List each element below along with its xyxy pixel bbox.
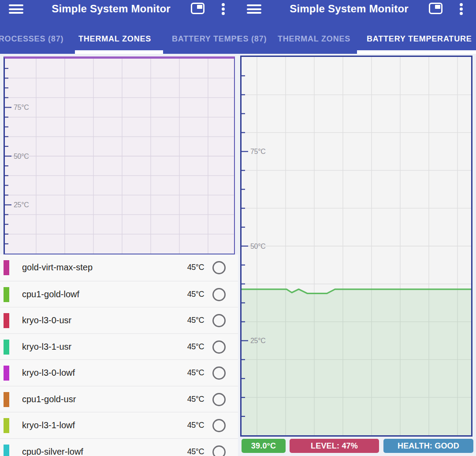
battery-level-badge: LEVEL: 47%: [290, 439, 379, 453]
app-bar: Simple System Monitor PROCESSES (87) THE…: [0, 0, 238, 54]
zone-temperature-value: 45°C: [187, 281, 204, 308]
tab-battery-temperature[interactable]: BATTERY TEMPERATURE: [367, 34, 472, 44]
tab-processes[interactable]: PROCESSES (87): [0, 34, 63, 44]
app-root: Simple System Monitor PROCESSES (87) THE…: [0, 0, 476, 456]
zone-select-checkbox[interactable]: [212, 261, 226, 274]
active-tab-indicator: [75, 50, 163, 54]
app-title: Simple System Monitor: [43, 2, 179, 16]
thermal-zone-row[interactable]: kryo-l3-0-lowf45°C: [0, 359, 238, 386]
hamburger-menu-icon[interactable]: [247, 4, 261, 14]
svg-text:50°C: 50°C: [250, 243, 266, 250]
zone-select-checkbox[interactable]: [212, 288, 226, 301]
zone-select-checkbox[interactable]: [212, 445, 226, 456]
zone-color-swatch: [4, 260, 9, 275]
tab-thermal-zones[interactable]: THERMAL ZONES: [278, 34, 350, 44]
zone-temperature-value: 45°C: [187, 307, 204, 334]
thermal-zone-list: gold-virt-max-step45°Ccpu1-gold-lowf45°C…: [0, 254, 238, 456]
thermal-zone-row[interactable]: kryo-l3-1-lowf45°C: [0, 412, 238, 438]
zone-name-label: cpu1-gold-usr: [22, 386, 76, 413]
thermal-zones-screen: Simple System Monitor PROCESSES (87) THE…: [0, 0, 238, 456]
thermal-zone-row[interactable]: cpu1-gold-usr45°C: [0, 386, 238, 412]
zone-color-swatch: [4, 445, 9, 456]
tab-thermal-zones[interactable]: THERMAL ZONES: [78, 34, 151, 44]
zone-name-label: kryo-l3-0-usr: [22, 307, 71, 334]
svg-text:50°C: 50°C: [14, 153, 29, 160]
zone-name-label: kryo-l3-1-usr: [22, 334, 71, 360]
tab-battery-temperature[interactable]: BATTERY TEMPERATURE: [172, 34, 238, 44]
svg-text:25°C: 25°C: [14, 201, 29, 209]
battery-health-badge: HEALTH: GOOD: [383, 439, 473, 453]
thermal-zone-row[interactable]: cpu0-silver-lowf45°C: [0, 438, 238, 456]
app-bar: Simple System Monitor PROCESSES (87) THE…: [238, 0, 476, 54]
battery-temperature-plot: 75°C50°C25°C: [242, 57, 471, 435]
zone-select-checkbox[interactable]: [212, 314, 226, 327]
zone-color-swatch: [4, 392, 9, 407]
zone-temperature-value: 45°C: [187, 254, 204, 281]
zone-temperature-value: 45°C: [187, 439, 204, 456]
battery-temperature-screen: Simple System Monitor PROCESSES (87) THE…: [238, 0, 476, 456]
zone-color-swatch: [4, 340, 9, 355]
zone-temperature-value: 45°C: [187, 412, 204, 439]
kebab-menu-icon[interactable]: [222, 3, 225, 15]
svg-text:75°C: 75°C: [14, 104, 29, 111]
thermal-zones-chart[interactable]: 75°C50°C25°C: [4, 56, 235, 254]
zone-name-label: gold-virt-max-step: [22, 254, 93, 281]
zone-name-label: kryo-l3-1-lowf: [22, 412, 75, 439]
zone-color-swatch: [4, 287, 9, 302]
kebab-menu-icon[interactable]: [460, 3, 463, 15]
zone-color-swatch: [4, 366, 9, 381]
zone-name-label: cpu0-silver-lowf: [22, 439, 83, 456]
battery-temperature-chart[interactable]: 75°C50°C25°C: [240, 56, 472, 437]
thermal-zone-row[interactable]: kryo-l3-0-usr45°C: [0, 307, 238, 333]
zone-select-checkbox[interactable]: [212, 340, 226, 354]
picture-in-picture-icon[interactable]: [429, 3, 443, 14]
svg-text:25°C: 25°C: [250, 337, 266, 344]
picture-in-picture-icon[interactable]: [191, 3, 205, 14]
battery-temp-badge: 39.0°C: [242, 439, 286, 453]
zone-name-label: kryo-l3-0-lowf: [22, 360, 75, 386]
active-tab-indicator: [357, 50, 476, 54]
zone-select-checkbox[interactable]: [212, 393, 226, 406]
zone-name-label: cpu1-gold-lowf: [22, 281, 79, 308]
thermal-zone-row[interactable]: cpu1-gold-lowf45°C: [0, 281, 238, 307]
zone-temperature-value: 45°C: [187, 386, 204, 413]
app-title: Simple System Monitor: [281, 2, 417, 16]
svg-text:75°C: 75°C: [250, 148, 266, 155]
zone-temperature-value: 45°C: [187, 334, 204, 360]
thermal-zone-row[interactable]: kryo-l3-1-usr45°C: [0, 333, 238, 360]
zone-color-swatch: [4, 418, 9, 433]
tab-processes[interactable]: PROCESSES (87): [238, 34, 267, 44]
thermal-zones-plot: 75°C50°C25°C: [5, 59, 234, 254]
thermal-zone-row[interactable]: gold-virt-max-step45°C: [0, 254, 238, 281]
hamburger-menu-icon[interactable]: [9, 4, 23, 14]
zone-select-checkbox[interactable]: [212, 419, 226, 432]
zone-select-checkbox[interactable]: [212, 366, 226, 380]
zone-temperature-value: 45°C: [187, 360, 204, 386]
zone-color-swatch: [4, 313, 9, 328]
